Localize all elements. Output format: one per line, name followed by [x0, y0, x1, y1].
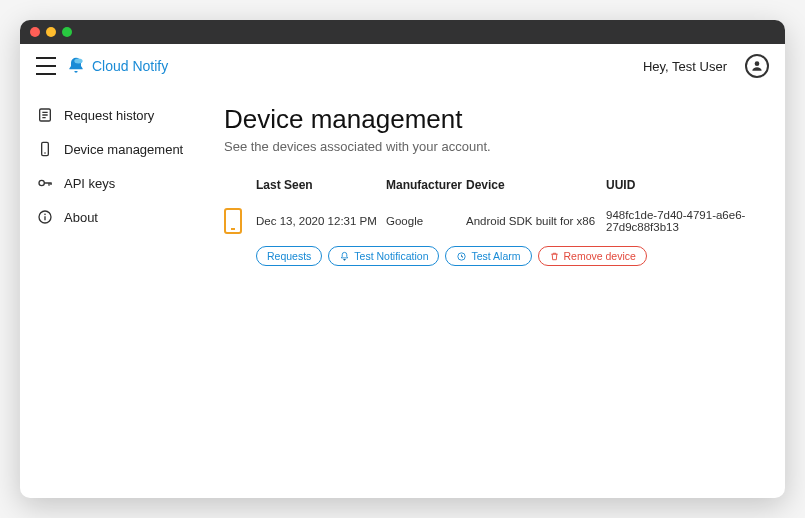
trash-icon [549, 251, 560, 262]
sidebar-item-about[interactable]: About [28, 202, 192, 232]
list-icon [36, 106, 54, 124]
sidebar-item-label: API keys [64, 176, 115, 191]
svg-point-8 [39, 180, 44, 185]
window-minimize-dot[interactable] [46, 27, 56, 37]
user-greeting: Hey, Test User [643, 59, 727, 74]
sidebar-item-label: About [64, 210, 98, 225]
phone-icon [36, 140, 54, 158]
user-avatar[interactable] [745, 54, 769, 78]
requests-button[interactable]: Requests [256, 246, 322, 266]
page-title: Device management [224, 104, 761, 135]
sidebar-item-label: Device management [64, 142, 183, 157]
body: Request history Device management API ke… [20, 88, 785, 498]
sidebar-item-label: Request history [64, 108, 154, 123]
page-subtitle: See the devices associated with your acc… [224, 139, 761, 154]
sidebar-item-request-history[interactable]: Request history [28, 100, 192, 130]
window-maximize-dot[interactable] [62, 27, 72, 37]
row-actions: Requests Test Notification Test Alarm Re… [224, 246, 761, 266]
bell-logo-icon [66, 56, 86, 76]
main-content: Device management See the devices associ… [200, 88, 785, 498]
cell-manufacturer: Google [386, 215, 466, 227]
svg-point-1 [755, 61, 760, 66]
bell-icon [339, 251, 350, 262]
test-notification-button[interactable]: Test Notification [328, 246, 439, 266]
clock-icon [456, 251, 467, 262]
sidebar: Request history Device management API ke… [20, 88, 200, 498]
col-header-device: Device [466, 178, 606, 192]
menu-icon[interactable] [36, 57, 56, 75]
sidebar-item-api-keys[interactable]: API keys [28, 168, 192, 198]
person-icon [750, 59, 764, 73]
svg-point-0 [74, 59, 82, 64]
table-header-row: Last Seen Manufacturer Device UUID [224, 172, 761, 198]
app-logo[interactable]: Cloud Notify [66, 56, 168, 76]
cell-uuid: 948fc1de-7d40-4791-a6e6-27d9c88f3b13 [606, 209, 761, 233]
sidebar-item-device-management[interactable]: Device management [28, 134, 192, 164]
col-header-manufacturer: Manufacturer [386, 178, 466, 192]
svg-point-13 [44, 214, 46, 216]
cell-device: Android SDK built for x86 [466, 215, 606, 227]
info-icon [36, 208, 54, 226]
window-close-dot[interactable] [30, 27, 40, 37]
svg-point-7 [44, 152, 46, 154]
table-row: Dec 13, 2020 12:31 PM Google Android SDK… [224, 198, 761, 242]
app-name: Cloud Notify [92, 58, 168, 74]
col-header-last-seen: Last Seen [256, 178, 386, 192]
col-header-uuid: UUID [606, 178, 761, 192]
remove-device-button[interactable]: Remove device [538, 246, 647, 266]
cell-last-seen: Dec 13, 2020 12:31 PM [256, 215, 386, 227]
test-alarm-button[interactable]: Test Alarm [445, 246, 531, 266]
window-titlebar [20, 20, 785, 44]
key-icon [36, 174, 54, 192]
app-window: Cloud Notify Hey, Test User Request hist… [20, 20, 785, 498]
app-bar: Cloud Notify Hey, Test User [20, 44, 785, 88]
device-phone-icon [224, 208, 242, 234]
devices-table: Last Seen Manufacturer Device UUID Dec 1… [224, 172, 761, 266]
